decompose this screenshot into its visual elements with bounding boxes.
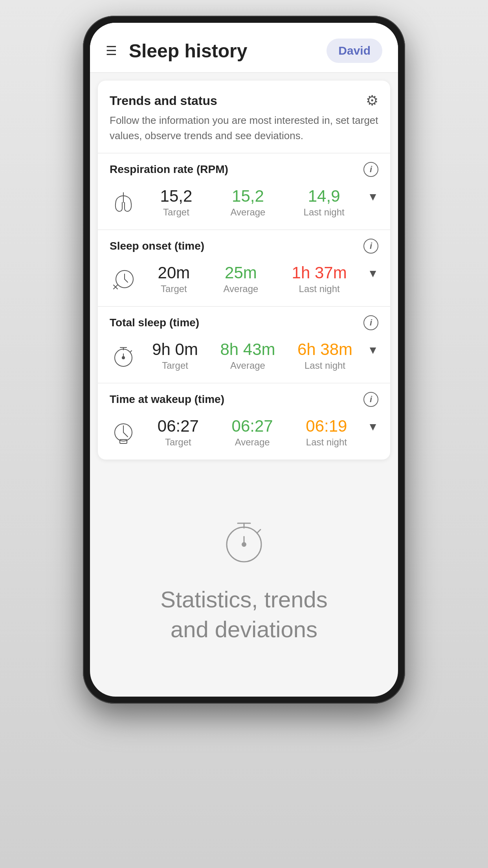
- respiration-target-value: 15,2: [160, 187, 193, 205]
- lungs-icon: [106, 185, 141, 220]
- sleep-onset-average-label: Average: [223, 283, 258, 294]
- sleep-onset-average-value: 25m: [225, 264, 257, 282]
- respiration-lastnight: 14,9 Last night: [304, 187, 345, 218]
- total-sleep-average-value: 8h 43m: [220, 340, 275, 359]
- wakeup-lastnight-label: Last night: [306, 437, 347, 448]
- sleep-onset-average: 25m Average: [223, 264, 258, 294]
- wakeup-clock-icon: [106, 415, 141, 450]
- wakeup-header: Time at wakeup (time) i: [98, 383, 390, 411]
- sleep-onset-lastnight-label: Last night: [299, 283, 340, 294]
- total-sleep-values: 9h 0m Target 8h 43m Average 6h 38m Last …: [141, 340, 363, 371]
- bottom-tagline: Statistics, trendsand deviations: [160, 585, 327, 644]
- total-sleep-info-icon[interactable]: i: [363, 315, 378, 330]
- sleep-onset-lastnight: 1h 37m Last night: [292, 264, 347, 294]
- respiration-target-label: Target: [163, 207, 189, 218]
- wakeup-info-icon[interactable]: i: [363, 392, 378, 407]
- wakeup-section: Time at wakeup (time) i 06:27: [98, 383, 390, 460]
- sleep-onset-header: Sleep onset (time) i: [98, 230, 390, 257]
- total-sleep-lastnight-value: 6h 38m: [297, 340, 352, 359]
- respiration-lastnight-value: 14,9: [308, 187, 340, 205]
- total-sleep-average-label: Average: [230, 360, 265, 371]
- sleep-onset-values: 20m Target 25m Average 1h 37m Last night: [141, 264, 363, 294]
- bottom-stopwatch-icon: [216, 512, 272, 569]
- total-sleep-target: 9h 0m Target: [152, 340, 198, 371]
- wakeup-title: Time at wakeup (time): [110, 393, 224, 406]
- respiration-info-icon[interactable]: i: [363, 162, 378, 177]
- svg-point-7: [122, 357, 125, 359]
- total-sleep-target-label: Target: [162, 360, 188, 371]
- respiration-row: 15,2 Target 15,2 Average 14,9 Last night…: [98, 181, 390, 230]
- sleep-onset-info-icon[interactable]: i: [363, 239, 378, 254]
- total-sleep-target-value: 9h 0m: [152, 340, 198, 359]
- card-header: Trends and status ⚙: [98, 81, 390, 113]
- respiration-target: 15,2 Target: [160, 187, 193, 218]
- wakeup-target-label: Target: [165, 437, 191, 448]
- stopwatch-icon: [106, 338, 141, 373]
- sleep-onset-target: 20m Target: [158, 264, 190, 294]
- wakeup-target-value: 06:27: [158, 417, 199, 435]
- page-title: Sleep history: [129, 40, 327, 62]
- card-description: Follow the information you are most inte…: [98, 113, 390, 153]
- phone-screen: ☰ Sleep history David Trends and status …: [90, 23, 398, 697]
- total-sleep-average: 8h 43m Average: [220, 340, 275, 371]
- gear-icon[interactable]: ⚙: [366, 92, 378, 109]
- sleep-onset-title: Sleep onset (time): [110, 240, 204, 252]
- respiration-header: Respiration rate (RPM) i: [98, 153, 390, 181]
- wakeup-average: 06:27 Average: [232, 417, 273, 448]
- total-sleep-title: Total sleep (time): [110, 316, 199, 329]
- app-header: ☰ Sleep history David: [90, 23, 398, 73]
- svg-point-15: [242, 542, 246, 546]
- sleep-onset-section: Sleep onset (time) i 20m: [98, 230, 390, 306]
- respiration-values: 15,2 Target 15,2 Average 14,9 Last night: [141, 187, 363, 218]
- wakeup-lastnight-value: 06:19: [306, 417, 347, 435]
- sleep-onset-dropdown-icon[interactable]: ▼: [367, 267, 378, 291]
- respiration-average-label: Average: [230, 207, 265, 218]
- wakeup-average-value: 06:27: [232, 417, 273, 435]
- respiration-section: Respiration rate (RPM) i 1: [98, 153, 390, 230]
- svg-line-16: [257, 530, 261, 533]
- trends-card: Trends and status ⚙ Follow the informati…: [98, 81, 390, 460]
- total-sleep-lastnight: 6h 38m Last night: [297, 340, 352, 371]
- total-sleep-row: 9h 0m Target 8h 43m Average 6h 38m Last …: [98, 334, 390, 383]
- sleep-onset-target-value: 20m: [158, 264, 190, 282]
- respiration-dropdown-icon[interactable]: ▼: [367, 191, 378, 214]
- total-sleep-lastnight-label: Last night: [305, 360, 345, 371]
- user-avatar[interactable]: David: [327, 39, 382, 63]
- sleep-onset-lastnight-value: 1h 37m: [292, 264, 347, 282]
- wakeup-dropdown-icon[interactable]: ▼: [367, 421, 378, 444]
- wakeup-row: 06:27 Target 06:27 Average 06:19 Last ni…: [98, 411, 390, 460]
- bottom-section: Statistics, trendsand deviations: [90, 460, 398, 697]
- respiration-lastnight-label: Last night: [304, 207, 345, 218]
- wakeup-average-label: Average: [235, 437, 270, 448]
- hamburger-icon[interactable]: ☰: [106, 44, 117, 57]
- card-title: Trends and status: [110, 94, 217, 108]
- respiration-average: 15,2 Average: [230, 187, 265, 218]
- wakeup-values: 06:27 Target 06:27 Average 06:19 Last ni…: [141, 417, 363, 448]
- clock-x-icon: [106, 261, 141, 297]
- total-sleep-dropdown-icon[interactable]: ▼: [367, 344, 378, 368]
- sleep-onset-target-label: Target: [161, 283, 187, 294]
- wakeup-target: 06:27 Target: [158, 417, 199, 448]
- respiration-average-value: 15,2: [232, 187, 264, 205]
- svg-line-8: [130, 351, 132, 352]
- total-sleep-header: Total sleep (time) i: [98, 307, 390, 334]
- sleep-onset-row: 20m Target 25m Average 1h 37m Last night…: [98, 257, 390, 306]
- respiration-title: Respiration rate (RPM): [110, 163, 228, 176]
- phone-frame: ☰ Sleep history David Trends and status …: [83, 16, 405, 704]
- total-sleep-section: Total sleep (time) i: [98, 306, 390, 383]
- wakeup-lastnight: 06:19 Last night: [306, 417, 347, 448]
